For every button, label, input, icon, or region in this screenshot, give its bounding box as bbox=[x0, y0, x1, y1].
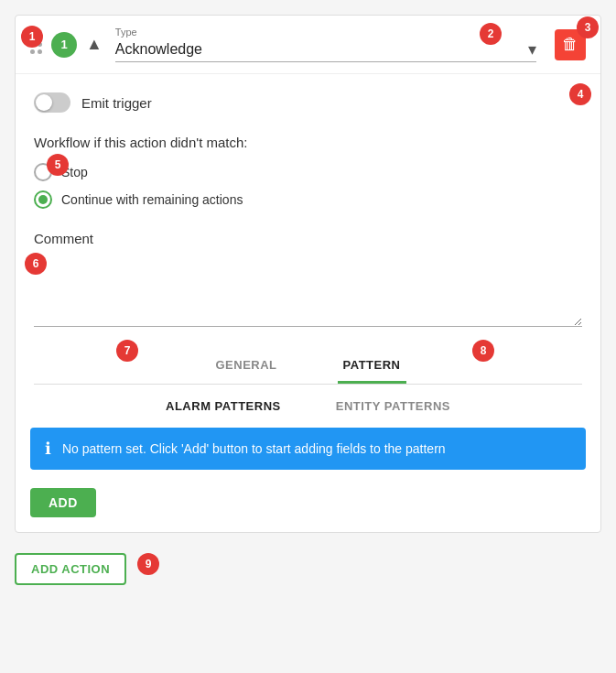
radio-stop-outer bbox=[34, 163, 52, 181]
workflow-label: Workflow if this action didn't match: bbox=[34, 135, 582, 150]
radio-group: Stop 5 Continue with remaining actions bbox=[34, 163, 582, 209]
emit-trigger-toggle[interactable] bbox=[34, 92, 70, 113]
radio-stop-label: Stop bbox=[61, 165, 88, 179]
emit-trigger-label: Emit trigger bbox=[81, 95, 152, 111]
delete-icon: 🗑 bbox=[562, 35, 578, 54]
radio-continue-inner bbox=[38, 195, 48, 204]
tabs-row: 7 GENERAL 8 PATTERN bbox=[34, 349, 582, 385]
annotation-4: 4 bbox=[569, 83, 591, 105]
add-action-button[interactable]: ADD ACTION bbox=[15, 553, 126, 585]
toggle-knob bbox=[36, 94, 52, 111]
type-select-row: Acknowledge ▾ bbox=[115, 39, 536, 60]
page-container: 1 1 ▲ Type Acknowledge ▾ 2 bbox=[0, 0, 616, 673]
info-message: No pattern set. Click 'Add' button to st… bbox=[62, 441, 446, 456]
info-icon: ℹ bbox=[45, 439, 51, 459]
drag-handle[interactable] bbox=[30, 35, 42, 54]
action-card: 1 1 ▲ Type Acknowledge ▾ 2 bbox=[15, 15, 601, 533]
tab-pattern[interactable]: PATTERN bbox=[338, 349, 406, 384]
annotation-7: 7 bbox=[116, 340, 138, 362]
annotation-9: 9 bbox=[137, 553, 159, 575]
add-button[interactable]: ADD bbox=[30, 488, 96, 517]
info-box: ℹ No pattern set. Click 'Add' button to … bbox=[30, 428, 586, 470]
header-row: 1 1 ▲ Type Acknowledge ▾ 2 bbox=[16, 16, 600, 74]
dropdown-arrow-icon[interactable]: ▾ bbox=[528, 39, 536, 60]
radio-stop[interactable]: Stop 5 bbox=[34, 163, 582, 181]
tab-general[interactable]: GENERAL bbox=[210, 349, 282, 384]
annotation-8: 8 bbox=[472, 340, 494, 362]
card-body: Emit trigger 4 Workflow if this action d… bbox=[16, 74, 600, 385]
emit-trigger-row: Emit trigger 4 bbox=[34, 92, 582, 113]
sub-tabs-row: ALARM PATTERNS ENTITY PATTERNS bbox=[16, 385, 600, 420]
comment-textarea[interactable] bbox=[34, 254, 582, 327]
sub-tab-entity[interactable]: ENTITY PATTERNS bbox=[336, 399, 450, 413]
step-badge: 1 bbox=[51, 32, 77, 58]
radio-continue-outer bbox=[34, 190, 52, 209]
radio-continue-label: Continue with remaining actions bbox=[61, 192, 243, 207]
type-label: Type bbox=[115, 27, 536, 38]
comment-label: Comment bbox=[34, 231, 582, 246]
delete-button[interactable]: 🗑 bbox=[555, 29, 586, 60]
collapse-chevron[interactable]: ▲ bbox=[86, 35, 103, 54]
sub-tab-alarm[interactable]: ALARM PATTERNS bbox=[166, 399, 281, 413]
radio-continue[interactable]: Continue with remaining actions bbox=[34, 190, 582, 209]
type-select-wrapper: Type Acknowledge ▾ bbox=[115, 27, 536, 62]
type-value[interactable]: Acknowledge bbox=[115, 41, 528, 58]
